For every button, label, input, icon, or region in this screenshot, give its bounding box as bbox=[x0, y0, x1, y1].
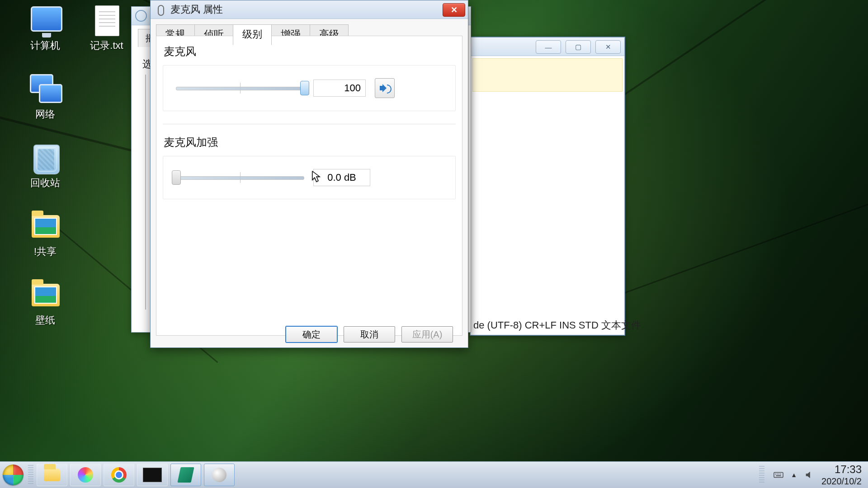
taskbar-clock[interactable]: 17:33 2020/10/2 bbox=[821, 463, 862, 487]
tray-grip[interactable] bbox=[759, 466, 764, 484]
taskbar-item-sound-settings[interactable] bbox=[170, 464, 201, 486]
desktop-icon-recycle-bin[interactable]: 回收站 bbox=[14, 142, 77, 190]
svg-rect-0 bbox=[774, 472, 783, 477]
status-bar: de (UTF-8) CR+LF INS STD 文本文件 bbox=[473, 319, 622, 332]
microphone-boost-slider[interactable] bbox=[176, 172, 304, 183]
swirl-browser-icon bbox=[78, 467, 93, 483]
desktop-icon-label: 网络 bbox=[14, 108, 77, 121]
group-label: 麦克风加强 bbox=[164, 135, 456, 150]
tab-panel-levels: 麦克风 100 麦克风加强 bbox=[156, 36, 462, 336]
monitor-icon bbox=[31, 6, 62, 32]
microphone-properties-dialog: 麦克风 属性 ✕ 常规 侦听 级别 增强 高级 麦克风 100 bbox=[150, 0, 468, 348]
terminal-icon bbox=[143, 468, 162, 482]
slider-tick bbox=[240, 172, 241, 183]
svg-rect-1 bbox=[775, 474, 776, 474]
tab-levels[interactable]: 级别 bbox=[233, 24, 272, 45]
desktop-icon-label: 壁纸 bbox=[14, 314, 77, 327]
dialog-title: 麦克风 属性 bbox=[170, 3, 223, 16]
taskbar-item-browser-swirl[interactable] bbox=[70, 464, 101, 486]
microphone-level-group: 麦克风 100 bbox=[163, 44, 456, 111]
dialog-button-row: 确定 取消 应用(A) bbox=[156, 323, 462, 336]
svg-rect-5 bbox=[776, 475, 781, 476]
slider-thumb[interactable] bbox=[172, 170, 181, 185]
taskbar-item-volume-mixer[interactable] bbox=[204, 464, 235, 486]
windows-orb-icon bbox=[3, 465, 24, 485]
clock-date: 2020/10/2 bbox=[821, 476, 862, 487]
slider-thumb[interactable] bbox=[300, 81, 309, 95]
window-titlebar[interactable]: — ▢ ✕ bbox=[471, 38, 624, 56]
desktop-icon-label: 计算机 bbox=[14, 39, 77, 52]
start-button[interactable] bbox=[0, 462, 26, 488]
maximize-button[interactable]: ▢ bbox=[566, 40, 591, 54]
desktop-icon-network[interactable]: 网络 bbox=[14, 73, 77, 121]
book-icon bbox=[177, 467, 194, 483]
microphone-level-value: 100 bbox=[313, 80, 366, 97]
chrome-icon bbox=[111, 467, 127, 483]
slider-tick bbox=[240, 83, 241, 94]
desktop-icon-label: 回收站 bbox=[14, 176, 77, 190]
clock-time: 17:33 bbox=[835, 463, 862, 476]
device-listbox-edge bbox=[145, 75, 149, 310]
svg-rect-3 bbox=[778, 474, 779, 474]
dialog-titlebar[interactable]: 麦克风 属性 ✕ bbox=[151, 0, 468, 19]
recycle-bin-icon bbox=[33, 145, 60, 174]
tray-chevron-up-icon[interactable]: ▲ bbox=[791, 471, 797, 479]
folder-icon bbox=[32, 284, 60, 306]
keyboard-icon[interactable] bbox=[774, 470, 783, 480]
apply-button[interactable]: 应用(A) bbox=[401, 326, 453, 343]
close-button[interactable]: ✕ bbox=[595, 40, 621, 54]
text-file-icon bbox=[95, 5, 119, 36]
microphone-icon bbox=[155, 4, 166, 15]
taskbar-item-chrome[interactable] bbox=[104, 464, 134, 486]
ok-button[interactable]: 确定 bbox=[286, 326, 337, 343]
taskbar[interactable]: ▲ 17:33 2020/10/2 bbox=[0, 461, 868, 488]
round-speaker-icon bbox=[212, 468, 226, 482]
desktop-icon-label: 记录.txt bbox=[75, 39, 138, 52]
system-tray[interactable]: ▲ 17:33 2020/10/2 bbox=[757, 463, 868, 487]
speaker-icon bbox=[380, 83, 390, 93]
background-editor-window[interactable]: — ▢ ✕ de (UTF-8) CR+LF INS STD 文本文件 bbox=[470, 37, 625, 335]
volume-icon[interactable] bbox=[804, 470, 814, 480]
desktop-background: 计算机 网络 回收站 !共享 壁纸 记录.txt — bbox=[0, 0, 868, 488]
desktop-icon-records-txt[interactable]: 记录.txt bbox=[75, 5, 138, 52]
taskbar-item-terminal[interactable] bbox=[137, 464, 168, 486]
cancel-button[interactable]: 取消 bbox=[344, 326, 395, 343]
group-label: 麦克风 bbox=[164, 44, 456, 59]
close-icon: ✕ bbox=[451, 5, 458, 15]
svg-rect-2 bbox=[777, 474, 778, 474]
svg-rect-4 bbox=[780, 474, 781, 474]
minimize-button[interactable]: — bbox=[536, 40, 561, 54]
separator bbox=[163, 124, 456, 124]
desktop-icon-wallpaper-folder[interactable]: 壁纸 bbox=[14, 279, 77, 327]
speaker-icon bbox=[135, 10, 147, 22]
desktop-icon-label: !共享 bbox=[14, 245, 77, 258]
desktop-icon-shared-folder[interactable]: !共享 bbox=[14, 211, 77, 258]
network-icon bbox=[29, 73, 63, 106]
taskbar-grip[interactable] bbox=[28, 465, 33, 485]
folder-icon bbox=[32, 215, 60, 238]
microphone-boost-value: 0.0 dB bbox=[313, 169, 370, 186]
desktop-icon-computer[interactable]: 计算机 bbox=[14, 5, 77, 52]
info-bar bbox=[472, 58, 623, 92]
folder-icon bbox=[44, 469, 60, 481]
close-button[interactable]: ✕ bbox=[443, 3, 465, 17]
taskbar-item-explorer[interactable] bbox=[37, 464, 67, 486]
mute-toggle-button[interactable] bbox=[375, 78, 395, 98]
microphone-boost-group: 麦克风加强 0.0 dB bbox=[163, 135, 456, 199]
microphone-level-slider[interactable] bbox=[176, 83, 304, 94]
